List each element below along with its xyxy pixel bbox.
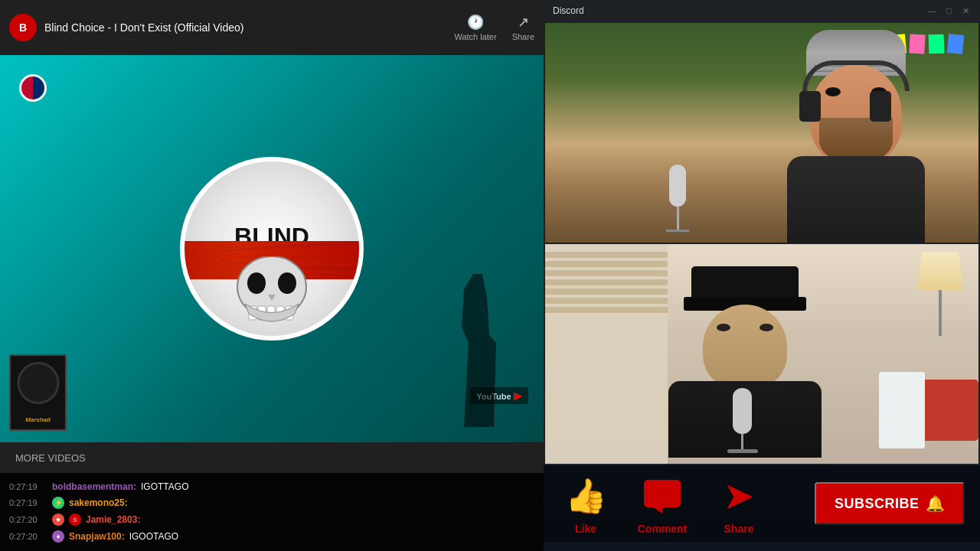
bits-badge-3: ★: [52, 514, 64, 526]
headphone-left-cup: [799, 91, 821, 122]
chat-username-2: sakemono25:: [69, 497, 128, 508]
pepsi-logo: [19, 74, 47, 102]
youtube-topbar: B Blind Choice - I Don't Exist (Official…: [0, 0, 544, 55]
lamp: [917, 252, 963, 336]
chat-text-4: IGOOTAGO: [129, 531, 178, 542]
mod-badge-2: ⚡: [52, 497, 64, 509]
red-box: [917, 380, 978, 441]
like-button[interactable]: 👍 Like: [559, 473, 612, 535]
marshall-label: Marshall: [25, 416, 50, 423]
subscribe-label: SUBSCRIBE: [835, 496, 920, 512]
watch-later-label: Watch later: [454, 32, 496, 41]
chat-message-2: 0:27:19 ⚡ sakemono25:: [9, 494, 534, 511]
white-basket: [879, 372, 925, 448]
chat-username-4: Snapjaw100:: [69, 531, 125, 542]
body-top: [787, 156, 925, 243]
desk-mic: [727, 388, 758, 453]
slat-6: [545, 298, 668, 304]
mic-base: [666, 230, 689, 232]
youtube-title-area: B Blind Choice - I Don't Exist (Official…: [9, 14, 243, 41]
chat-text-1: IGOTTAGO: [141, 481, 188, 492]
share-action-button[interactable]: ➤ Share: [712, 473, 766, 535]
discord-video-bottom: [545, 244, 978, 464]
chat-username-3: Jamie_2803:: [86, 514, 140, 525]
pepsi-sign: [19, 74, 47, 102]
desk-mic-capsule: [733, 388, 752, 434]
skull-circle: BLIND CHOICE: [180, 157, 364, 341]
share-button[interactable]: ↗ Share: [512, 14, 534, 41]
sub-badge-3: S: [69, 514, 81, 526]
slat-2: [545, 261, 668, 267]
discord-video-grid: [544, 21, 980, 465]
desk-mic-arm: [727, 449, 758, 453]
maximize-button[interactable]: □: [943, 5, 954, 16]
sub-badge-4: ♦: [52, 530, 64, 543]
slat-1: [545, 252, 668, 258]
svg-point-1: [247, 272, 266, 294]
svg-rect-8: [644, 480, 681, 507]
chat-time-4: 0:27:20: [9, 532, 47, 541]
headphone-right-cup: [870, 91, 891, 122]
clock-icon: 🕐: [467, 14, 484, 31]
microphone-stand: [666, 165, 689, 232]
room-items: [887, 349, 978, 464]
minimize-button[interactable]: —: [926, 5, 937, 16]
watch-later-button[interactable]: 🕐 Watch later: [454, 14, 496, 41]
face-bottom: [703, 305, 787, 389]
discord-title: Discord: [553, 5, 584, 16]
youtube-actions: 🕐 Watch later ↗ Share: [454, 14, 534, 41]
desk-mic-neck: [741, 434, 743, 449]
video-player[interactable]: Marshall BLIND CHOICE: [0, 55, 544, 442]
discord-video-top: [545, 23, 978, 243]
lamp-shade: [917, 252, 963, 290]
comment-button[interactable]: Comment: [635, 473, 689, 535]
youtube-panel: B Blind Choice - I Don't Exist (Official…: [0, 0, 544, 551]
share-label: Share: [512, 32, 534, 41]
window-blinds: [545, 244, 668, 464]
amp-left: Marshall: [9, 354, 67, 431]
discord-panel: Discord — □ ✕: [544, 0, 980, 551]
discord-titlebar: Discord — □ ✕: [544, 0, 980, 21]
close-button[interactable]: ✕: [960, 5, 971, 16]
note-blue: [947, 34, 964, 54]
headphones-band: [802, 60, 910, 91]
mic-pole: [677, 207, 679, 230]
yt-logo-icon: ▶: [514, 390, 522, 402]
more-videos-label: MORE VIDEOS: [15, 452, 86, 464]
person-top-area: [768, 30, 944, 243]
svg-point-2: [278, 272, 296, 294]
window-controls: — □ ✕: [926, 5, 971, 16]
share-action-icon: ➤: [712, 473, 766, 519]
chat-message-1: 0:27:19 boldbasementman: IGOTTAGO: [9, 479, 534, 494]
amp-speaker: [17, 362, 59, 404]
like-label: Like: [575, 523, 596, 535]
slat-4: [545, 279, 668, 285]
video-title: Blind Choice - I Don't Exist (Official V…: [44, 21, 243, 34]
chat-time-2: 0:27:19: [9, 498, 47, 507]
channel-icon: B: [9, 14, 37, 41]
eye-left-bottom: [717, 324, 730, 331]
mic-capsule: [669, 165, 686, 207]
chat-time-3: 0:27:20: [9, 515, 47, 524]
interaction-bar: 👍 Like Comment ➤ Share SUBSCRIBE 🔔: [544, 465, 980, 542]
slat-3: [545, 270, 668, 276]
svg-marker-9: [653, 507, 662, 514]
chat-overlay: 0:27:19 boldbasementman: IGOTTAGO 0:27:1…: [0, 473, 544, 551]
slat-7: [545, 307, 668, 313]
comment-label: Comment: [638, 523, 688, 535]
like-icon: 👍: [559, 473, 612, 519]
bell-icon: 🔔: [926, 494, 946, 513]
blinds-slats: [545, 244, 668, 464]
share-action-label: Share: [724, 523, 754, 535]
eye-right-bottom: [760, 324, 773, 331]
main-layout: B Blind Choice - I Don't Exist (Official…: [0, 0, 980, 551]
chat-message-3: 0:27:20 ★ S Jamie_2803:: [9, 511, 534, 528]
chat-message-4: 0:27:20 ♦ Snapjaw100: IGOOTAGO: [9, 528, 534, 545]
comment-icon: [635, 473, 689, 519]
skull-logo: BLIND CHOICE: [180, 157, 364, 341]
chat-time-1: 0:27:19: [9, 482, 47, 491]
more-videos-bar: MORE VIDEOS: [0, 442, 544, 473]
subscribe-button[interactable]: SUBSCRIBE 🔔: [815, 482, 965, 525]
lamp-pole: [939, 290, 942, 336]
share-icon: ↗: [518, 14, 529, 31]
